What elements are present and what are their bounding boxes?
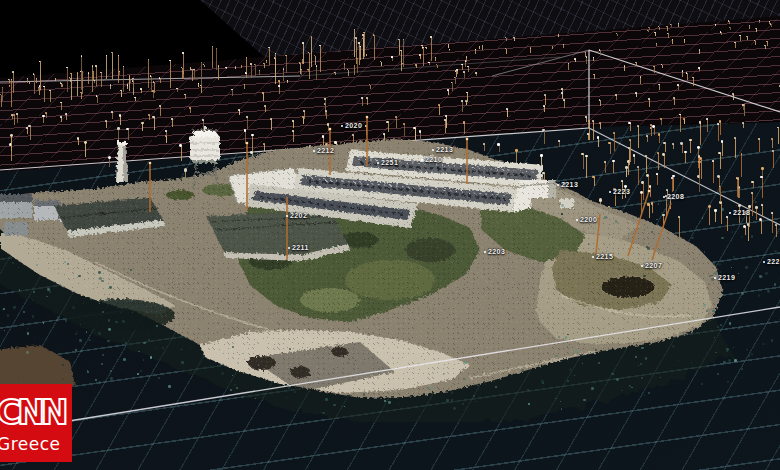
bounding-box-front-lines	[0, 0, 780, 470]
viewport-3d[interactable]: 2020221222132210225122132223220822182200…	[0, 0, 780, 470]
cnn-logo: CNN Greece	[0, 384, 72, 462]
brand-text: CNN	[0, 393, 66, 432]
cnn-greece-watermark: CNN Greece	[0, 384, 72, 462]
region-text: Greece	[0, 434, 61, 454]
box-edge-front-bottom	[0, 307, 780, 432]
